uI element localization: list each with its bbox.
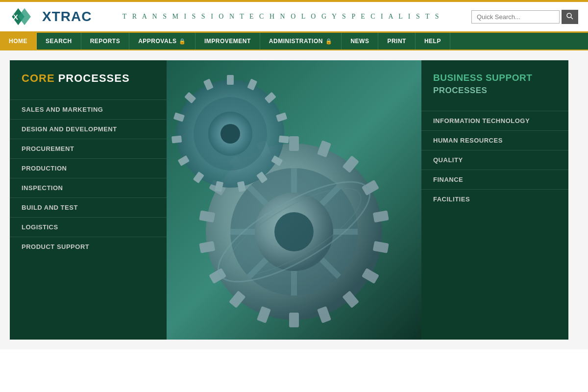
logo-icon: X [10, 6, 39, 27]
nav-item-approvals[interactable]: APPROVALS🔒 [129, 33, 196, 49]
nav-item-reports[interactable]: REPORTS [81, 33, 130, 49]
core-process-item[interactable]: BUILD AND TEST [10, 197, 167, 217]
biz-support-item[interactable]: HUMAN RESOURCES [421, 130, 568, 150]
core-word: CORE [22, 72, 55, 84]
core-process-item[interactable]: DESIGN AND DEVELOPMENT [10, 119, 167, 139]
search-area [471, 10, 578, 24]
biz-support-item[interactable]: FACILITIES [421, 189, 568, 209]
nav-item-news[interactable]: NEWS [342, 33, 378, 49]
core-processes-list: SALES AND MARKETINGDESIGN AND DEVELOPMEN… [10, 99, 167, 256]
gear-visualization [167, 60, 421, 340]
svg-text:X: X [13, 13, 19, 21]
business-support-panel: BUSINESS SUPPORT PROCESSES INFORMATION T… [421, 60, 568, 340]
header-tagline: T R A N S M I S S I O N T E C H N O L O … [122, 13, 441, 21]
gear-image-panel [167, 60, 421, 340]
processes-word: PROCESSES [55, 72, 130, 84]
svg-line-4 [571, 17, 573, 19]
header: X XTRAC T R A N S M I S S I O N T E C H … [0, 2, 588, 33]
nav-item-administration[interactable]: ADMINISTRATION🔒 [260, 33, 342, 49]
core-process-item[interactable]: LOGISTICS [10, 217, 167, 237]
biz-support-item[interactable]: INFORMATION TECHNOLOGY [421, 111, 568, 130]
business-support-title: BUSINESS SUPPORT PROCESSES [421, 72, 568, 111]
svg-point-3 [567, 13, 571, 18]
core-process-item[interactable]: SALES AND MARKETING [10, 99, 167, 119]
biz-support-item[interactable]: FINANCE [421, 170, 568, 189]
lock-icon: 🔒 [179, 38, 186, 45]
biz-support-item[interactable]: QUALITY [421, 150, 568, 170]
quick-search-input[interactable] [471, 10, 560, 24]
processes-sub-word: PROCESSES [433, 85, 557, 96]
nav-item-search[interactable]: SEARCH [37, 33, 81, 49]
business-support-word: BUSINESS SUPPORT [433, 73, 532, 83]
search-button[interactable] [562, 10, 578, 24]
core-processes-title: CORE PROCESSES [10, 72, 167, 99]
nav-item-print[interactable]: PRINT [378, 33, 416, 49]
nav-item-help[interactable]: HELP [416, 33, 450, 49]
nav-item-home[interactable]: HOME [0, 33, 37, 49]
core-process-item[interactable]: PRODUCTION [10, 158, 167, 178]
core-process-item[interactable]: PRODUCT SUPPORT [10, 237, 167, 256]
lock-icon: 🔒 [325, 38, 333, 45]
logo-text: XTRAC [42, 9, 92, 24]
core-process-item[interactable]: INSPECTION [10, 178, 167, 197]
core-processes-panel: CORE PROCESSES SALES AND MARKETINGDESIGN… [10, 60, 167, 340]
search-icon [566, 13, 573, 20]
business-support-list: INFORMATION TECHNOLOGYHUMAN RESOURCESQUA… [421, 111, 568, 209]
logo[interactable]: X XTRAC [10, 6, 92, 27]
svg-rect-57 [167, 60, 421, 340]
nav-item-improvement[interactable]: IMPROVEMENT [196, 33, 260, 49]
main-content: CORE PROCESSES SALES AND MARKETINGDESIGN… [0, 50, 588, 349]
content-panel: CORE PROCESSES SALES AND MARKETINGDESIGN… [10, 60, 568, 340]
core-process-item[interactable]: PROCUREMENT [10, 139, 167, 158]
navbar: HOMESEARCHREPORTSAPPROVALS🔒IMPROVEMENTAD… [0, 33, 588, 50]
